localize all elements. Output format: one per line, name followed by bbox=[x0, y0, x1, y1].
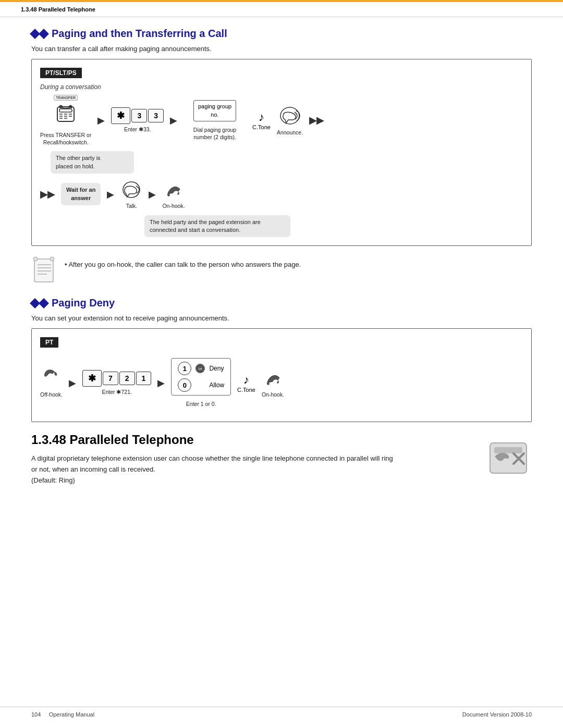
arrow5: ▶ bbox=[69, 377, 76, 389]
svg-point-18 bbox=[50, 257, 54, 261]
or-circle: or bbox=[195, 364, 205, 373]
phone-handset-svg bbox=[53, 102, 78, 130]
talk-item: Talk. bbox=[120, 179, 142, 210]
deny-allow-item: 1 or Deny 0 Allow Enter 1 or 0. bbox=[171, 358, 231, 408]
section3-title: 1.3.48 Paralleled Telephone bbox=[31, 433, 532, 447]
arrow2: ▶ bbox=[170, 115, 177, 126]
section2-step2-caption: Enter ✱721. bbox=[102, 389, 131, 396]
arrow-dbl2: ▶▶ bbox=[40, 189, 55, 200]
section1-step1-caption: Press TRANSFER orRecall/hookswitch. bbox=[40, 132, 91, 146]
key-2: 2 bbox=[119, 372, 135, 385]
footer: 104 Operating Manual Document Version 20… bbox=[0, 707, 563, 718]
paging-group-box: paging group no. bbox=[193, 100, 236, 121]
deny-row: 1 or Deny bbox=[178, 362, 224, 375]
svg-rect-20 bbox=[494, 447, 522, 453]
ctone-area1: ♪ C.Tone bbox=[252, 110, 271, 130]
bell-icon1: ♪ bbox=[259, 110, 264, 124]
arrow3: ▶ bbox=[107, 189, 114, 200]
bell-icon2: ♪ bbox=[243, 373, 249, 387]
section2-diagram: PT Off-hook. ▶ ✱ 7 bbox=[31, 328, 532, 422]
section2-title: Paging Deny bbox=[31, 297, 532, 309]
arrow6: ▶ bbox=[157, 377, 165, 389]
allow-row: 0 Allow bbox=[178, 378, 224, 392]
section1-step4-caption: Announce. bbox=[277, 129, 303, 137]
offhook-item: Off-hook. bbox=[40, 367, 63, 399]
key-box2: ✱ 7 2 1 bbox=[82, 370, 151, 387]
diamond2 bbox=[39, 29, 49, 39]
note-icon1 bbox=[31, 256, 57, 287]
paging-group-item: paging group no. Dial paging group numbe… bbox=[183, 100, 246, 141]
section2-step3-caption: Enter 1 or 0. bbox=[186, 401, 216, 408]
header-section-label: 1.3.48 Paralleled Telephone bbox=[21, 6, 95, 13]
section2-step4-caption: On-hook. bbox=[262, 391, 284, 399]
onhook-phone-svg bbox=[163, 179, 185, 201]
section3-desc: A digital proprietary telephone extensio… bbox=[31, 453, 396, 486]
section2-diagram-label: PT bbox=[40, 337, 58, 348]
allow-label: Allow bbox=[209, 381, 224, 389]
note-content1: After you go on-hook, the caller can tal… bbox=[68, 261, 301, 268]
section2: Paging Deny You can set your extension n… bbox=[31, 297, 532, 422]
transfer-label: TRANSFER bbox=[54, 95, 78, 101]
balloon2: The held party and the paged extension a… bbox=[144, 215, 290, 238]
ctone-item1: ♪ C.Tone bbox=[252, 110, 271, 130]
section1-step3-caption: Dial paging group number (2 digits). bbox=[183, 127, 246, 141]
section1: Paging and then Transferring a Call You … bbox=[31, 28, 532, 287]
note-text1: • After you go on-hook, the caller can t… bbox=[65, 256, 301, 268]
ctone-area2: ♪ C.Tone bbox=[237, 373, 255, 393]
key-3b: 3 bbox=[148, 109, 164, 122]
onhook-item2: On-hook. bbox=[262, 367, 284, 399]
onhook-label: On-hook. bbox=[162, 203, 185, 210]
page-content: Paging and then Transferring a Call You … bbox=[0, 17, 563, 517]
note-paper-svg bbox=[31, 256, 57, 285]
announce-item: Announce. bbox=[277, 104, 303, 137]
section1-title: Paging and then Transferring a Call bbox=[31, 28, 532, 40]
section3: 1.3.48 Paralleled Telephone A digital pr… bbox=[31, 433, 532, 486]
phone-transfer-item: TRANSFER bbox=[40, 95, 91, 146]
transfer-icon-box: TRANSFER bbox=[53, 95, 78, 130]
footer-page-left: 104 Operating Manual bbox=[31, 711, 94, 718]
key-7: 7 bbox=[103, 372, 118, 385]
footer-page-num: 104 bbox=[31, 711, 41, 718]
section2-desc: You can set your extension not to receiv… bbox=[31, 314, 532, 322]
section1-diagram-label: PT/SLT/PS bbox=[40, 68, 82, 78]
arrow-dbl1: ▶▶ bbox=[309, 115, 324, 126]
offhook-svg bbox=[41, 367, 63, 389]
footer-right-text: Document Version 2008-10 bbox=[462, 711, 532, 718]
talk-label: Talk. bbox=[126, 203, 138, 210]
key-box-item: ✱ 3 3 Enter ✱33. bbox=[111, 107, 164, 133]
onhook-svg2 bbox=[262, 367, 284, 389]
svg-point-17 bbox=[33, 257, 38, 261]
section1-desc: You can transfer a call after making pag… bbox=[31, 45, 532, 53]
onhook-item: On-hook. bbox=[162, 179, 185, 210]
diamond4 bbox=[39, 298, 49, 309]
diamond-icon-1 bbox=[31, 30, 47, 38]
num1-circle: 1 bbox=[178, 362, 191, 375]
key-box-item2: ✱ 7 2 1 Enter ✱721. bbox=[82, 370, 151, 396]
balloon1: The other party is placed on hold. bbox=[51, 151, 134, 174]
key-box: ✱ 3 3 bbox=[111, 107, 164, 124]
key-3a: 3 bbox=[131, 109, 147, 122]
footer-left-text: Operating Manual bbox=[49, 711, 94, 718]
section1-italic-label: During a conversation bbox=[40, 83, 523, 91]
wait-balloon: Wait for an answer bbox=[61, 183, 101, 205]
key-1: 1 bbox=[136, 372, 152, 385]
svg-point-11 bbox=[123, 182, 140, 198]
svg-rect-1 bbox=[59, 109, 72, 112]
diamond-icon-2 bbox=[31, 300, 47, 307]
phone-cross-container bbox=[485, 438, 532, 481]
header-section: 1.3.48 Paralleled Telephone bbox=[0, 2, 563, 17]
section1-step2-caption: Enter ✱33. bbox=[124, 126, 151, 133]
announce-svg bbox=[278, 104, 302, 127]
key-star2: ✱ bbox=[82, 370, 102, 387]
section1-diagram: PT/SLT/PS During a conversation TRANSFER bbox=[31, 59, 532, 246]
phone-cross-svg bbox=[485, 438, 532, 479]
deny-label: Deny bbox=[209, 365, 224, 372]
deny-allow-box: 1 or Deny 0 Allow bbox=[171, 358, 231, 396]
arrow1: ▶ bbox=[97, 115, 105, 126]
svg-rect-12 bbox=[34, 259, 53, 282]
arrow4: ▶ bbox=[149, 189, 156, 200]
ctone-item2: ♪ C.Tone bbox=[237, 373, 255, 393]
section2-flow-row: Off-hook. ▶ ✱ 7 2 1 Enter ✱721. ▶ bbox=[40, 358, 523, 408]
section2-step1-caption: Off-hook. bbox=[40, 391, 63, 399]
section1-flow-row1: TRANSFER bbox=[40, 95, 523, 146]
